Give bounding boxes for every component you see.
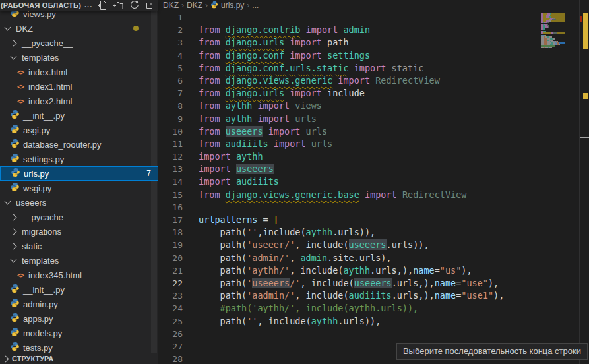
code-line-11[interactable]: 11from audiiits import urls: [159, 138, 589, 150]
code-line-21[interactable]: 21 path('aythh/', include(aythh.urls,),n…: [159, 264, 589, 277]
chevron-separator-icon: ›: [247, 1, 249, 10]
chevron-down-icon: [5, 24, 11, 31]
code-line-4[interactable]: 4from django.conf import settings: [159, 49, 589, 62]
line-number: 26: [159, 328, 193, 340]
tree-item-index-html[interactable]: <>index.html: [0, 65, 158, 79]
tree-item--init-py[interactable]: __init__.py: [0, 108, 158, 123]
code-line-24[interactable]: 24 #path('aythh/', include(aythh.urls)),: [159, 302, 589, 315]
html-file-icon: <>: [16, 98, 25, 105]
tree-item-models-py[interactable]: models.py: [0, 326, 158, 340]
tree-item-migrations[interactable]: migrations: [0, 224, 158, 239]
chevron-down-icon: [11, 257, 17, 263]
tree-item-label: urls.py: [24, 169, 49, 179]
code-area[interactable]: 12from django.contrib import admin3from …: [159, 11, 589, 364]
breadcrumb-item[interactable]: DKZ: [187, 1, 202, 10]
html-file-icon: <>: [16, 69, 25, 76]
python-file-icon: [210, 1, 218, 11]
tree-item-useeers[interactable]: useeers: [0, 195, 158, 210]
line-number: 11: [159, 138, 193, 150]
tree-item-label: apps.py: [23, 314, 53, 324]
code-line-25[interactable]: 25 path('', include(aythh.urls)),: [159, 315, 589, 328]
tree-item-label: useeers: [16, 198, 46, 208]
code-line-23[interactable]: 23 path('aadmin/', include(audiiits.urls…: [159, 289, 589, 302]
line-text: [193, 11, 199, 24]
breadcrumb-item[interactable]: DKZ: [163, 1, 179, 10]
outline-section-header[interactable]: СТРУКТУРА: [0, 353, 158, 364]
code-line-14[interactable]: 14import audiiits: [159, 175, 589, 188]
line-text: from django.urls import path: [193, 36, 349, 49]
explorer-actions: [97, 0, 155, 11]
tree-item-label: __pycache__: [22, 38, 73, 48]
collapse-folders-icon[interactable]: [144, 0, 155, 11]
tree-item-static[interactable]: static: [0, 239, 158, 253]
tree-item-apps-py[interactable]: apps.py: [0, 311, 158, 326]
error-marker: [580, 16, 582, 22]
line-text: from aythh import urls: [193, 113, 317, 125]
code-line-17[interactable]: 17urlpatterns = [: [159, 214, 589, 226]
code-line-19[interactable]: 19 path('useeer/', include(useeers.urls)…: [159, 239, 589, 251]
python-file-icon: [10, 284, 20, 295]
warning-marker: [583, 13, 588, 49]
code-line-20[interactable]: 20 path('admin/', admin.site.urls),: [159, 252, 589, 264]
tree-item--init-py[interactable]: __init__.py: [0, 282, 158, 297]
python-file-icon: [10, 313, 20, 324]
tree-item-index345-html[interactable]: <>index345.html: [0, 268, 158, 282]
minimap[interactable]: [541, 11, 565, 83]
code-line-26[interactable]: 26: [159, 328, 589, 340]
tree-item-label: static: [22, 241, 42, 251]
tree-item-admin-py[interactable]: admin.py: [0, 297, 158, 311]
code-line-22[interactable]: 22 path('useeers/', include(useeers.urls…: [159, 277, 589, 289]
new-file-icon[interactable]: [97, 0, 108, 11]
chevron-down-icon: [5, 198, 11, 205]
code-line-8[interactable]: 8from aythh import views: [159, 100, 589, 112]
tree-item-dkz[interactable]: DKZ: [0, 21, 158, 36]
tree-item-index1-html[interactable]: <>index1.html: [0, 79, 158, 94]
code-line-6[interactable]: 6from django.views.generic import Redire…: [159, 75, 589, 87]
more-actions-button[interactable]: ...: [84, 1, 92, 9]
code-line-10[interactable]: 10from useeers import urls: [159, 125, 589, 138]
breadcrumb-item[interactable]: urls.py: [221, 1, 244, 10]
tooltip-text: Выберите последовательность конца строки: [403, 346, 581, 356]
code-line-13[interactable]: 13import useeers: [159, 163, 589, 175]
tree-item-asgi-py[interactable]: asgi.py: [0, 123, 158, 137]
code-line-16[interactable]: 16: [159, 201, 589, 214]
code-line-18[interactable]: 18 path('',include(aythh.urls)),: [159, 226, 589, 239]
tree-item-wsgi-py[interactable]: wsgi.py: [0, 181, 158, 195]
tree-item-label: database_roouter.py: [23, 140, 102, 150]
code-line-15[interactable]: 15from django.views.generic.base import …: [159, 189, 589, 201]
code-line-3[interactable]: 3from django.urls import path: [159, 36, 589, 49]
tree-item-templates[interactable]: templates: [0, 50, 158, 65]
chevron-right-icon: [11, 40, 17, 46]
code-line-7[interactable]: 7from django.urls import include: [159, 87, 589, 100]
tree-item-tests-py[interactable]: tests.py: [0, 340, 158, 353]
line-text: from django.views.generic.base import Re…: [193, 189, 466, 201]
chevron-right-icon: [11, 214, 17, 220]
tree-item-index2-html[interactable]: <>index2.html: [0, 94, 158, 108]
new-folder-icon[interactable]: [113, 0, 123, 11]
code-line-5[interactable]: 5from django.conf.urls.static import sta…: [159, 62, 589, 75]
code-line-12[interactable]: 12import aythh: [159, 150, 589, 163]
overview-ruler[interactable]: [579, 0, 589, 364]
line-text: #path('aythh/', include(aythh.urls)),: [193, 302, 418, 315]
tree-item-database-roouter-py[interactable]: database_roouter.py: [0, 137, 158, 152]
file-tree: views.pyDKZ__pycache__templates<>index.h…: [0, 0, 158, 353]
tree-item-label: templates: [22, 53, 59, 63]
tree-item-label: __init__.py: [23, 285, 65, 295]
code-line-1[interactable]: 1: [159, 11, 589, 24]
tree-item-templates[interactable]: templates: [0, 253, 158, 268]
line-number: 6: [159, 75, 193, 87]
tree-item--pycache-[interactable]: __pycache__: [0, 210, 158, 224]
refresh-icon[interactable]: [129, 0, 139, 11]
code-line-2[interactable]: 2from django.contrib import admin: [159, 24, 589, 36]
editor-pane: DKZ › DKZ › urls.py › ... 12from django.…: [159, 0, 589, 364]
vscode-window: views.pyDKZ__pycache__templates<>index.h…: [0, 0, 589, 364]
line-number: 10: [159, 125, 193, 138]
code-line-9[interactable]: 9from aythh import urls: [159, 113, 589, 125]
tree-item--pycache-[interactable]: __pycache__: [0, 36, 158, 50]
tree-item-label: __pycache__: [22, 212, 73, 222]
breadcrumb-item[interactable]: ...: [252, 1, 259, 10]
chevron-separator-icon: ›: [205, 1, 208, 10]
tree-item-settings-py[interactable]: settings.py: [0, 152, 158, 166]
statusbar-tooltip: Выберите последовательность конца строки: [396, 343, 588, 360]
tree-item-urls-py[interactable]: urls.py7: [0, 166, 158, 181]
